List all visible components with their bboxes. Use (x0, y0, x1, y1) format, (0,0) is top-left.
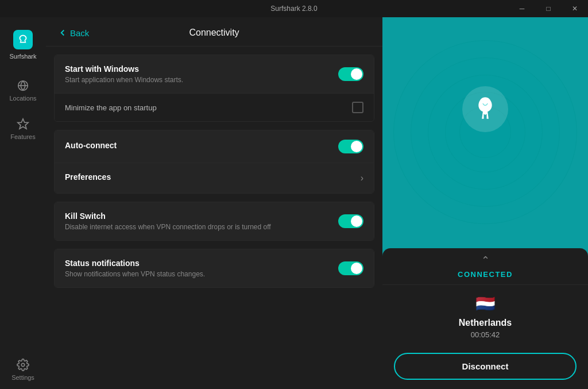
sidebar-item-locations[interactable]: Locations (0, 71, 46, 110)
preferences-chevron-icon: › (361, 173, 363, 183)
back-button[interactable]: Back (57, 28, 89, 38)
titlebar-title: Surfshark 2.8.0 (270, 5, 317, 13)
kill-switch-title: Kill Switch (65, 211, 338, 221)
auto-connect-title: Auto-connect (65, 141, 338, 150)
back-label: Back (70, 28, 89, 38)
sidebar: Surfshark Locations Features Settings (0, 17, 46, 389)
kill-switch-toggle[interactable] (338, 214, 363, 228)
svg-marker-2 (18, 119, 28, 129)
connected-status-label: CONNECTED (382, 270, 588, 285)
sidebar-settings[interactable]: Settings (0, 351, 46, 389)
notifications-title: Status notifications (65, 259, 338, 268)
close-button[interactable]: ✕ (562, 0, 588, 17)
settings-section-notifications: Status notifications Show notifications … (54, 249, 374, 288)
panel-title: Connectivity (189, 28, 239, 38)
toggle-knob-notif (351, 263, 362, 274)
shark-icon (17, 33, 29, 46)
settings-item-notifications[interactable]: Status notifications Show notifications … (55, 249, 374, 287)
settings-section-killswitch: Kill Switch Disable internet access when… (54, 202, 374, 241)
settings-item-minimize[interactable]: Minimize the app on startup (55, 94, 374, 121)
toggle-knob (351, 68, 362, 80)
toggle-knob-kill (351, 215, 362, 227)
sidebar-logo[interactable]: Surfshark (9, 23, 36, 67)
start-windows-desc: Start application when Windows starts. (65, 76, 338, 84)
start-windows-title: Start with Windows (65, 64, 338, 74)
titlebar-controls: ─ □ ✕ (509, 0, 588, 17)
country-name: Netherlands (459, 318, 512, 328)
sidebar-item-locations-label: Locations (9, 95, 36, 102)
start-windows-toggle[interactable] (338, 67, 363, 81)
connected-handle[interactable]: ⌃ (382, 248, 588, 270)
features-icon (17, 118, 29, 130)
preferences-title: Preferences (65, 172, 361, 182)
app-body: Surfshark Locations Features Settings (0, 17, 588, 389)
toggle-knob-auto (351, 141, 362, 152)
disconnect-button[interactable]: Disconnect (394, 353, 577, 380)
connected-country: 🇳🇱 Netherlands 00:05:42 (382, 285, 588, 353)
bg-circles (393, 40, 577, 224)
sidebar-logo-label: Surfshark (9, 53, 36, 60)
connection-timer: 00:05:42 (471, 330, 500, 339)
back-icon (57, 28, 68, 38)
settings-section-autoconnect: Auto-connect Preferences › (54, 130, 374, 194)
notifications-desc: Show notifications when VPN status chang… (65, 270, 338, 278)
panel-header: Back Connectivity (46, 17, 382, 47)
settings-icon (17, 359, 29, 371)
notifications-toggle[interactable] (338, 261, 363, 275)
settings-item-kill-switch[interactable]: Kill Switch Disable internet access when… (55, 202, 374, 240)
sidebar-item-features-label: Features (10, 133, 35, 140)
settings-item-auto-connect[interactable]: Auto-connect (55, 130, 374, 163)
settings-item-preferences[interactable]: Preferences › (55, 163, 374, 193)
settings-section-startup: Start with Windows Start application whe… (54, 55, 374, 122)
sidebar-settings-label: Settings (11, 374, 34, 381)
right-panel: ⌃ CONNECTED 🇳🇱 Netherlands 00:05:42 Disc… (382, 17, 588, 389)
chevron-up-icon: ⌃ (481, 254, 490, 267)
svg-point-3 (21, 363, 25, 367)
minimize-label: Minimize the app on startup (65, 103, 352, 112)
shark-logo (462, 86, 508, 132)
surfshark-logo-icon (13, 30, 33, 49)
main-panel: Back Connectivity Start with Windows Sta… (46, 17, 382, 389)
settings-item-start-windows[interactable]: Start with Windows Start application whe… (55, 55, 374, 94)
kill-switch-desc: Disable internet access when VPN connect… (65, 223, 338, 231)
country-flag: 🇳🇱 (475, 294, 496, 313)
shark-logo-icon (471, 95, 500, 124)
minimize-button[interactable]: ─ (509, 0, 535, 17)
minimize-checkbox[interactable] (352, 102, 363, 113)
auto-connect-toggle[interactable] (338, 140, 363, 153)
locations-icon (17, 79, 29, 92)
titlebar: Surfshark 2.8.0 ─ □ ✕ (0, 0, 588, 17)
connected-panel: ⌃ CONNECTED 🇳🇱 Netherlands 00:05:42 Disc… (382, 248, 588, 389)
settings-list: Start with Windows Start application whe… (46, 47, 382, 389)
restore-button[interactable]: □ (535, 0, 562, 17)
sidebar-item-features[interactable]: Features (0, 110, 46, 148)
